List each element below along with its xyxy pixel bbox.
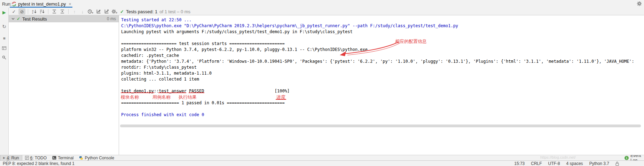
sort-by-duration-button[interactable] xyxy=(39,8,46,15)
console-line: plugins: html-3.1.1, metadata-1.11.0 xyxy=(121,70,637,76)
test-summary: ✓ Tests passed: 1 of 1 test – 0 ms xyxy=(120,8,190,15)
encoding-indicator[interactable]: UTF-8 xyxy=(548,161,560,166)
test-history-button[interactable]: ▼ xyxy=(87,8,94,15)
test-settings-gear-icon[interactable]: ▼ xyxy=(111,8,118,15)
csdn-watermark: https://blog.csdn.net/ xyxy=(540,155,576,159)
annotation-underline-result xyxy=(189,92,204,93)
console-line: ======================= 1 passed in 0.01… xyxy=(121,100,637,106)
status-bar: PEP 8: expected 2 blank lines, found 1 1… xyxy=(0,160,644,166)
annotation-arrow xyxy=(338,40,401,59)
show-passed-button[interactable]: ✓ xyxy=(10,8,17,15)
console-line: C:\PythonIDES\python.exe "D:\PyCharm\PyC… xyxy=(121,23,637,29)
event-count-badge: 1 xyxy=(625,156,629,160)
run-tab-arrow-icon: ▶ xyxy=(3,156,5,159)
interpreter-indicator[interactable]: Python 3.7 xyxy=(589,161,609,166)
export-test-results-button[interactable] xyxy=(103,8,110,15)
console-line: Launching pytest with arguments F:/study… xyxy=(121,29,637,35)
run-config-tab[interactable]: pytest in test_demo1.py × xyxy=(10,0,72,8)
pycharm-run-tool-window: Run: pytest in test_demo1.py × xyxy=(0,0,644,166)
import-test-results-button[interactable] xyxy=(95,8,102,15)
stop-button[interactable]: ■ xyxy=(1,35,7,41)
test-runner-toolbar: ✓ ⊘ a z xyxy=(0,8,644,15)
horizontal-scrollbar[interactable] xyxy=(120,124,641,127)
toolwindow-tab-python-console[interactable]: Python Console xyxy=(76,155,117,160)
console-line: test_demo1.py::test_answer PASSED [100%] xyxy=(121,88,637,94)
svg-text:z: z xyxy=(32,12,33,14)
rerun-button[interactable]: ▶ xyxy=(1,9,7,15)
annotation-underline-module xyxy=(121,92,154,93)
layout-options-button[interactable] xyxy=(1,45,7,51)
test-tree-panel: ✓ Test Results 0 ms xyxy=(9,15,119,155)
tests-passed-text: Tests passed: 1 xyxy=(126,9,157,14)
annotation-underline-progress xyxy=(276,99,286,100)
toolbar-separator xyxy=(48,9,48,14)
toolwindow-tab-run[interactable]: ▶ 4: Run xyxy=(0,155,22,160)
line-ending-indicator[interactable]: CRLF xyxy=(531,161,542,166)
python-icon xyxy=(79,156,83,160)
terminal-icon xyxy=(52,156,56,160)
console-line xyxy=(121,82,637,88)
pin-tab-button[interactable] xyxy=(1,54,7,60)
toolwindow-tab-todo[interactable]: 6: TODO xyxy=(22,155,50,160)
annotation-module-name: 模块名称 xyxy=(121,94,139,100)
console-line: Testing started at 22:50 ... xyxy=(121,17,637,23)
lock-icon[interactable] xyxy=(615,161,619,166)
console-line: collecting ... collected 1 item xyxy=(121,76,637,82)
console-line xyxy=(121,94,637,100)
expand-all-button[interactable] xyxy=(51,8,58,15)
show-ignored-button[interactable]: ⊘ xyxy=(18,8,25,15)
chevron-down-icon[interactable] xyxy=(11,18,15,20)
console-line: metadata: {'Python': '3.7.4', 'Platform'… xyxy=(121,59,637,65)
rerun-failed-tests-button[interactable]: ↻ xyxy=(1,23,7,29)
annotation-underline-case xyxy=(158,92,186,93)
previous-occurrence-button[interactable]: ↑ xyxy=(71,8,78,15)
console-output: Testing started at 22:50 ...C:\PythonIDE… xyxy=(121,17,637,118)
run-tab-title: pytest in test_demo1.py xyxy=(18,1,66,7)
next-occurrence-button[interactable]: ↓ xyxy=(79,8,86,15)
todo-icon xyxy=(25,156,29,160)
settings-gear-icon[interactable] xyxy=(637,1,642,6)
test-results-root-row[interactable]: ✓ Test Results 0 ms xyxy=(9,15,119,22)
toolbar-separator xyxy=(68,9,69,14)
pep8-status-message: PEP 8: expected 2 blank lines, found 1 xyxy=(0,161,74,166)
run-window-left-toolbar: ▶ ↻ ■ xyxy=(0,8,9,155)
annotation-exec-result: 执行结果 xyxy=(179,94,197,100)
tests-passed-detail: of 1 test – 0 ms xyxy=(159,9,190,14)
toolwindow-tab-terminal[interactable]: Terminal xyxy=(49,155,76,160)
event-log-button[interactable]: 1 Event Log xyxy=(625,155,644,161)
tests-passed-check-icon: ✓ xyxy=(120,9,124,14)
close-tab-icon[interactable]: × xyxy=(69,1,71,7)
annotation-case-name: 用例名称 xyxy=(152,94,171,100)
run-console: Testing started at 22:50 ...C:\PythonIDE… xyxy=(119,15,644,155)
collapse-all-button[interactable] xyxy=(59,8,66,15)
sort-alphabetically-button[interactable]: a z xyxy=(31,8,38,15)
console-line: rootdir: F:\study\class_pytest xyxy=(121,65,637,70)
run-tab-bar: Run: pytest in test_demo1.py × xyxy=(0,0,644,8)
toolbar-separator xyxy=(28,9,28,14)
indent-indicator[interactable]: 4 spaces xyxy=(566,161,583,166)
test-results-label: Test Results xyxy=(22,16,47,22)
event-log-label: Event Log xyxy=(630,155,644,161)
test-duration: 0 ms xyxy=(107,16,116,21)
test-passed-check-icon: ✓ xyxy=(17,16,20,21)
pytest-icon xyxy=(12,2,16,6)
console-line: Process finished with exit code 0 xyxy=(121,112,637,118)
caret-position[interactable]: 15:73 xyxy=(514,161,525,166)
console-line xyxy=(121,106,637,112)
